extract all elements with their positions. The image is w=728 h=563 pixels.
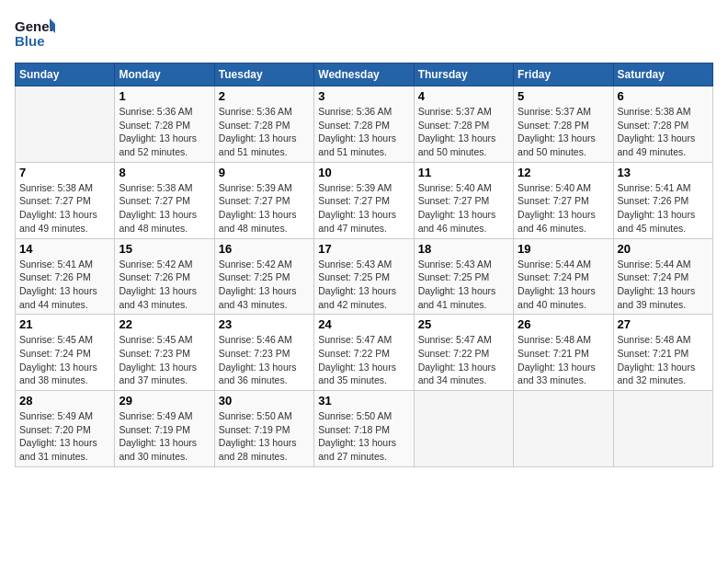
day-cell: 5Sunrise: 5:37 AMSunset: 7:28 PMDaylight…	[514, 86, 613, 163]
day-cell: 23Sunrise: 5:46 AMSunset: 7:23 PMDayligh…	[214, 315, 313, 391]
day-number: 29	[119, 394, 210, 408]
day-number: 7	[19, 166, 110, 179]
day-info: Sunrise: 5:48 AMSunset: 7:21 PMDaylight:…	[618, 333, 709, 387]
page-header: General Blue	[15, 15, 713, 55]
week-row-3: 14Sunrise: 5:41 AMSunset: 7:26 PMDayligh…	[16, 238, 713, 315]
day-info: Sunrise: 5:45 AMSunset: 7:23 PMDaylight:…	[119, 333, 210, 387]
day-number: 13	[618, 166, 709, 179]
day-cell: 29Sunrise: 5:49 AMSunset: 7:19 PMDayligh…	[115, 391, 214, 467]
week-row-5: 28Sunrise: 5:49 AMSunset: 7:20 PMDayligh…	[16, 391, 713, 467]
day-number: 12	[518, 166, 609, 179]
day-cell: 25Sunrise: 5:47 AMSunset: 7:22 PMDayligh…	[414, 315, 513, 391]
day-number: 10	[318, 166, 409, 179]
day-info: Sunrise: 5:47 AMSunset: 7:22 PMDaylight:…	[318, 333, 409, 387]
day-number: 1	[119, 89, 210, 103]
day-cell: 17Sunrise: 5:43 AMSunset: 7:25 PMDayligh…	[314, 238, 414, 315]
day-number: 28	[19, 394, 110, 408]
day-cell: 2Sunrise: 5:36 AMSunset: 7:28 PMDaylight…	[214, 86, 313, 163]
day-info: Sunrise: 5:39 AMSunset: 7:27 PMDaylight:…	[318, 181, 409, 236]
day-cell: 26Sunrise: 5:48 AMSunset: 7:21 PMDayligh…	[514, 315, 613, 391]
header-day-thursday: Thursday	[414, 63, 513, 86]
day-number: 19	[518, 242, 609, 256]
day-info: Sunrise: 5:36 AMSunset: 7:28 PMDaylight:…	[219, 105, 310, 159]
day-cell: 20Sunrise: 5:44 AMSunset: 7:24 PMDayligh…	[613, 238, 712, 315]
day-info: Sunrise: 5:46 AMSunset: 7:23 PMDaylight:…	[219, 333, 310, 387]
day-cell: 12Sunrise: 5:40 AMSunset: 7:27 PMDayligh…	[514, 162, 613, 238]
week-row-4: 21Sunrise: 5:45 AMSunset: 7:24 PMDayligh…	[16, 315, 713, 391]
day-cell	[414, 391, 513, 467]
day-number: 8	[119, 166, 210, 179]
day-cell: 18Sunrise: 5:43 AMSunset: 7:25 PMDayligh…	[414, 238, 513, 315]
day-cell: 22Sunrise: 5:45 AMSunset: 7:23 PMDayligh…	[115, 315, 214, 391]
day-number: 23	[219, 317, 310, 331]
day-cell: 21Sunrise: 5:45 AMSunset: 7:24 PMDayligh…	[16, 315, 115, 391]
day-info: Sunrise: 5:37 AMSunset: 7:28 PMDaylight:…	[518, 105, 609, 159]
day-number: 9	[219, 166, 310, 179]
day-info: Sunrise: 5:41 AMSunset: 7:26 PMDaylight:…	[618, 181, 709, 236]
day-number: 14	[19, 242, 110, 256]
day-number: 30	[219, 394, 310, 408]
day-cell: 8Sunrise: 5:38 AMSunset: 7:27 PMDaylight…	[115, 162, 214, 238]
day-info: Sunrise: 5:47 AMSunset: 7:22 PMDaylight:…	[418, 333, 509, 387]
logo: General Blue	[15, 15, 55, 55]
day-number: 20	[618, 242, 709, 256]
day-number: 25	[418, 317, 509, 331]
day-number: 3	[318, 89, 409, 103]
logo-icon: General Blue	[15, 15, 55, 55]
day-number: 11	[418, 166, 509, 179]
day-info: Sunrise: 5:40 AMSunset: 7:27 PMDaylight:…	[418, 181, 509, 236]
day-number: 31	[318, 394, 409, 408]
day-info: Sunrise: 5:43 AMSunset: 7:25 PMDaylight:…	[418, 258, 509, 312]
day-number: 5	[518, 89, 609, 103]
day-cell: 7Sunrise: 5:38 AMSunset: 7:27 PMDaylight…	[16, 162, 115, 238]
day-cell: 1Sunrise: 5:36 AMSunset: 7:28 PMDaylight…	[115, 86, 214, 163]
day-cell: 31Sunrise: 5:50 AMSunset: 7:18 PMDayligh…	[314, 391, 414, 467]
day-info: Sunrise: 5:41 AMSunset: 7:26 PMDaylight:…	[19, 258, 110, 312]
calendar-header: SundayMondayTuesdayWednesdayThursdayFrid…	[16, 63, 713, 86]
day-info: Sunrise: 5:49 AMSunset: 7:20 PMDaylight:…	[19, 409, 110, 464]
day-info: Sunrise: 5:42 AMSunset: 7:26 PMDaylight:…	[119, 258, 210, 312]
day-info: Sunrise: 5:48 AMSunset: 7:21 PMDaylight:…	[518, 333, 609, 387]
day-cell: 3Sunrise: 5:36 AMSunset: 7:28 PMDaylight…	[314, 86, 414, 163]
day-number: 24	[318, 317, 409, 331]
day-info: Sunrise: 5:39 AMSunset: 7:27 PMDaylight:…	[219, 181, 310, 236]
day-cell: 14Sunrise: 5:41 AMSunset: 7:26 PMDayligh…	[16, 238, 115, 315]
header-day-tuesday: Tuesday	[214, 63, 313, 86]
day-cell: 27Sunrise: 5:48 AMSunset: 7:21 PMDayligh…	[613, 315, 712, 391]
day-cell: 13Sunrise: 5:41 AMSunset: 7:26 PMDayligh…	[613, 162, 712, 238]
day-info: Sunrise: 5:36 AMSunset: 7:28 PMDaylight:…	[119, 105, 210, 159]
day-cell: 28Sunrise: 5:49 AMSunset: 7:20 PMDayligh…	[16, 391, 115, 467]
svg-text:Blue: Blue	[15, 33, 45, 49]
day-cell	[16, 86, 115, 163]
header-day-sunday: Sunday	[16, 63, 115, 86]
day-info: Sunrise: 5:40 AMSunset: 7:27 PMDaylight:…	[518, 181, 609, 236]
day-info: Sunrise: 5:49 AMSunset: 7:19 PMDaylight:…	[119, 409, 210, 464]
day-info: Sunrise: 5:50 AMSunset: 7:19 PMDaylight:…	[219, 409, 310, 464]
svg-text:General: General	[15, 18, 55, 34]
day-info: Sunrise: 5:37 AMSunset: 7:28 PMDaylight:…	[418, 105, 509, 159]
week-row-2: 7Sunrise: 5:38 AMSunset: 7:27 PMDaylight…	[16, 162, 713, 238]
header-day-wednesday: Wednesday	[314, 63, 414, 86]
day-info: Sunrise: 5:36 AMSunset: 7:28 PMDaylight:…	[318, 105, 409, 159]
day-number: 15	[119, 242, 210, 256]
week-row-1: 1Sunrise: 5:36 AMSunset: 7:28 PMDaylight…	[16, 86, 713, 163]
day-info: Sunrise: 5:38 AMSunset: 7:28 PMDaylight:…	[618, 105, 709, 159]
day-cell: 15Sunrise: 5:42 AMSunset: 7:26 PMDayligh…	[115, 238, 214, 315]
day-info: Sunrise: 5:42 AMSunset: 7:25 PMDaylight:…	[219, 258, 310, 312]
day-number: 16	[219, 242, 310, 256]
day-info: Sunrise: 5:38 AMSunset: 7:27 PMDaylight:…	[119, 181, 210, 236]
day-number: 4	[418, 89, 509, 103]
day-number: 18	[418, 242, 509, 256]
day-number: 6	[618, 89, 709, 103]
day-cell	[514, 391, 613, 467]
day-number: 2	[219, 89, 310, 103]
day-number: 17	[318, 242, 409, 256]
day-cell: 30Sunrise: 5:50 AMSunset: 7:19 PMDayligh…	[214, 391, 313, 467]
header-day-monday: Monday	[115, 63, 214, 86]
header-day-saturday: Saturday	[613, 63, 712, 86]
day-info: Sunrise: 5:44 AMSunset: 7:24 PMDaylight:…	[518, 258, 609, 312]
day-info: Sunrise: 5:44 AMSunset: 7:24 PMDaylight:…	[618, 258, 709, 312]
header-day-friday: Friday	[514, 63, 613, 86]
day-cell: 16Sunrise: 5:42 AMSunset: 7:25 PMDayligh…	[214, 238, 313, 315]
day-cell: 9Sunrise: 5:39 AMSunset: 7:27 PMDaylight…	[214, 162, 313, 238]
